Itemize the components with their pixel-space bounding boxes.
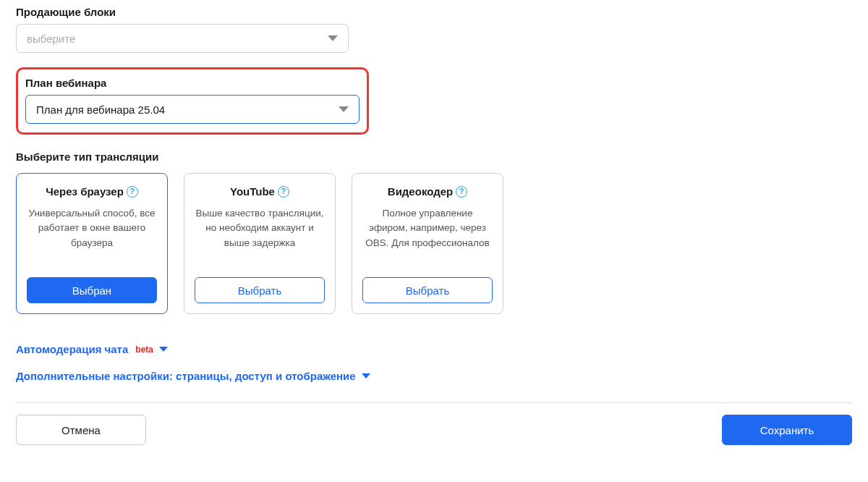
selling-blocks-field: Продающие блоки выберите <box>16 6 852 53</box>
chevron-down-icon <box>159 347 168 352</box>
automoderation-label: Автомодерация чата <box>16 343 128 355</box>
selling-blocks-select[interactable]: выберите <box>16 24 349 53</box>
cancel-button[interactable]: Отмена <box>16 415 146 445</box>
stream-card-encoder-title: Видеокодер ? <box>388 185 467 198</box>
help-icon[interactable]: ? <box>278 186 289 198</box>
selling-blocks-placeholder: выберите <box>27 33 75 45</box>
additional-settings-label: Дополнительные настройки: страницы, дост… <box>16 370 356 382</box>
additional-settings-toggle[interactable]: Дополнительные настройки: страницы, дост… <box>16 370 852 382</box>
stream-type-title: Выберите тип трансляции <box>16 151 852 163</box>
selling-blocks-label: Продающие блоки <box>16 6 852 18</box>
stream-card-browser-button[interactable]: Выбран <box>27 277 157 303</box>
chevron-down-icon <box>328 35 338 41</box>
webinar-plan-select[interactable]: План для вебинара 25.04 <box>25 95 359 124</box>
webinar-plan-value: План для вебинара 25.04 <box>36 103 165 116</box>
chevron-down-icon <box>339 106 349 112</box>
stream-type-cards: Через браузер ? Универсальный способ, вс… <box>16 173 852 314</box>
stream-card-browser[interactable]: Через браузер ? Универсальный способ, вс… <box>16 173 168 314</box>
stream-card-encoder-desc: Полное управление эфиром, например, чере… <box>362 206 493 264</box>
automoderation-toggle[interactable]: Автомодерация чата beta <box>16 343 852 355</box>
stream-card-encoder-button[interactable]: Выбрать <box>362 277 493 303</box>
webinar-plan-label: План вебинара <box>25 77 359 89</box>
footer-actions: Отмена Сохранить <box>16 415 852 445</box>
help-icon[interactable]: ? <box>127 186 138 198</box>
stream-card-youtube-button[interactable]: Выбрать <box>195 277 325 303</box>
stream-card-youtube-title: YouTube ? <box>230 185 289 198</box>
separator <box>16 402 852 403</box>
stream-card-browser-desc: Универсальный способ, все работает в окн… <box>27 206 157 264</box>
chevron-down-icon <box>362 373 370 379</box>
stream-card-youtube-desc: Выше качество трансляции, но необходим а… <box>195 206 325 264</box>
webinar-plan-highlight: План вебинара План для вебинара 25.04 <box>16 67 369 135</box>
stream-card-title-text: Через браузер <box>46 185 124 198</box>
stream-card-encoder[interactable]: Видеокодер ? Полное управление эфиром, н… <box>352 173 503 314</box>
save-button[interactable]: Сохранить <box>722 415 852 445</box>
stream-card-youtube[interactable]: YouTube ? Выше качество трансляции, но н… <box>184 173 336 314</box>
stream-card-browser-title: Через браузер ? <box>46 185 138 198</box>
beta-badge: beta <box>135 344 153 355</box>
help-icon[interactable]: ? <box>456 186 467 198</box>
expand-section: Автомодерация чата beta Дополнительные н… <box>16 343 852 382</box>
stream-card-title-text: Видеокодер <box>388 185 453 198</box>
stream-card-title-text: YouTube <box>230 185 275 198</box>
